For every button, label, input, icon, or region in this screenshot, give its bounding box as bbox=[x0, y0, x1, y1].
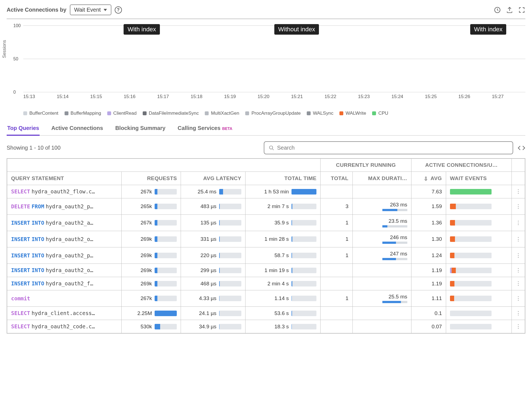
groupby-dropdown[interactable]: Wait Event bbox=[70, 4, 111, 15]
tab[interactable]: Blocking Summary bbox=[115, 123, 166, 135]
tab[interactable]: Top Queries bbox=[7, 123, 40, 135]
tabs: Top QueriesActive ConnectionsBlocking Su… bbox=[7, 123, 525, 136]
y-axis-label: Sessions bbox=[2, 40, 7, 58]
col-running-total[interactable]: TOTAL bbox=[321, 172, 352, 185]
legend-swatch bbox=[65, 111, 68, 115]
legend-swatch bbox=[339, 111, 343, 115]
legend-swatch bbox=[107, 111, 111, 115]
legend-label: BufferContent bbox=[29, 111, 58, 116]
table-row[interactable]: commit 267k4.33 µs1.14 s125.5 ms1.11⋮ bbox=[7, 290, 525, 307]
group-connections: ACTIVE CONNECTIONS/U… bbox=[411, 158, 511, 172]
row-menu-icon[interactable]: ⋮ bbox=[512, 198, 525, 215]
legend-item[interactable]: CPU bbox=[372, 111, 388, 116]
queries-table: CURRENTLY RUNNING ACTIVE CONNECTIONS/U… … bbox=[7, 158, 525, 334]
legend-item[interactable]: ClientRead bbox=[107, 111, 137, 116]
chart-annotation: With index bbox=[470, 24, 507, 35]
legend-label: ProcArrayGroupUpdate bbox=[251, 111, 301, 116]
table-row[interactable]: INSERT INTO hydra_oauth2_f…269k468 µs2 m… bbox=[7, 277, 525, 290]
legend-label: CPU bbox=[378, 111, 388, 116]
legend-item[interactable]: MultiXactGen bbox=[205, 111, 239, 116]
header-actions bbox=[494, 6, 525, 14]
legend-swatch bbox=[307, 111, 311, 115]
wait-events-bar bbox=[450, 311, 492, 316]
col-requests[interactable]: REQUESTS bbox=[122, 172, 181, 185]
group-running: CURRENTLY RUNNING bbox=[321, 158, 411, 172]
ytick: 0 bbox=[13, 90, 16, 95]
header-bar: Active Connections by Wait Event ? bbox=[7, 4, 525, 19]
legend-item[interactable]: WALSync bbox=[307, 111, 333, 116]
col-latency[interactable]: AVG LATENCY bbox=[181, 172, 245, 185]
legend: BufferContentBufferMappingClientReadData… bbox=[7, 109, 525, 123]
export-icon[interactable] bbox=[506, 6, 513, 14]
row-menu-icon[interactable]: ⋮ bbox=[512, 231, 525, 247]
svg-point-1 bbox=[270, 146, 273, 149]
col-stmt[interactable]: QUERY STATEMENT bbox=[7, 172, 122, 185]
xtick: 15:24 bbox=[392, 92, 425, 103]
table-row[interactable]: SELECT hydra_oauth2_flow.c…267k25.4 ms1 … bbox=[7, 185, 525, 198]
wait-events-bar bbox=[450, 296, 492, 301]
col-total-time[interactable]: TOTAL TIME bbox=[245, 172, 320, 185]
legend-label: MultiXactGen bbox=[211, 111, 239, 116]
search-icon bbox=[269, 145, 274, 151]
wait-events-bar bbox=[450, 253, 492, 258]
table-row[interactable]: INSERT INTO hydra_oauth2_p…269k220 µs58.… bbox=[7, 247, 525, 264]
table-row[interactable]: INSERT INTO hydra_oauth2_o…269k299 µs1 m… bbox=[7, 264, 525, 277]
sort-desc-icon: ⇩ bbox=[424, 176, 428, 182]
row-menu-icon[interactable]: ⋮ bbox=[512, 247, 525, 264]
groupby-value: Wait Event bbox=[74, 7, 101, 13]
table-row[interactable]: SELECT hydra_oauth2_code.c…530k34.9 µs18… bbox=[7, 320, 525, 334]
row-menu-icon[interactable]: ⋮ bbox=[512, 277, 525, 290]
col-max-dur[interactable]: MAX DURATI… bbox=[352, 172, 411, 185]
legend-label: DataFileImmediateSync bbox=[149, 111, 199, 116]
xtick: 15:14 bbox=[57, 92, 90, 103]
row-menu-icon[interactable]: ⋮ bbox=[512, 264, 525, 277]
table-row[interactable]: INSERT INTO hydra_oauth2_o…269k331 µs1 m… bbox=[7, 231, 525, 247]
header-title: Active Connections by bbox=[7, 7, 66, 13]
legend-item[interactable]: BufferMapping bbox=[65, 111, 101, 116]
search-box[interactable] bbox=[264, 141, 513, 154]
wait-events-bar bbox=[450, 281, 492, 286]
col-wait-events[interactable]: WAIT EVENTS bbox=[446, 172, 511, 185]
xtick: 15:19 bbox=[224, 92, 258, 103]
table-row[interactable]: INSERT INTO hydra_oauth2_a…267k135 µs35.… bbox=[7, 215, 525, 231]
help-icon[interactable]: ? bbox=[115, 6, 122, 14]
xtick: 15:20 bbox=[258, 92, 291, 103]
legend-swatch bbox=[245, 111, 249, 115]
beta-badge: BETA bbox=[222, 126, 232, 131]
row-menu-icon[interactable]: ⋮ bbox=[512, 185, 525, 198]
table-row[interactable]: SELECT hydra_client.access…2.25M24.1 µs5… bbox=[7, 307, 525, 320]
showing-count: Showing 1 - 10 of 100 bbox=[7, 145, 61, 151]
legend-label: WALSync bbox=[313, 111, 333, 116]
legend-item[interactable]: ProcArrayGroupUpdate bbox=[245, 111, 301, 116]
row-menu-icon[interactable]: ⋮ bbox=[512, 320, 525, 334]
xtick: 15:27 bbox=[492, 92, 525, 103]
legend-item[interactable]: DataFileImmediateSync bbox=[143, 111, 199, 116]
col-avg[interactable]: ⇩AVG bbox=[411, 172, 446, 185]
expand-icon[interactable] bbox=[518, 6, 525, 14]
xtick: 15:13 bbox=[23, 92, 57, 103]
tab[interactable]: Calling ServicesBETA bbox=[177, 123, 233, 135]
legend-label: BufferMapping bbox=[71, 111, 101, 116]
ytick: 50 bbox=[13, 57, 18, 62]
wait-events-bar bbox=[450, 268, 492, 273]
clock-icon[interactable] bbox=[494, 6, 501, 14]
wait-events-bar bbox=[450, 189, 492, 195]
wait-events-bar bbox=[450, 204, 492, 209]
ytick: 100 bbox=[13, 23, 21, 28]
legend-item[interactable]: BufferContent bbox=[23, 111, 58, 116]
row-menu-icon[interactable]: ⋮ bbox=[512, 307, 525, 320]
tab[interactable]: Active Connections bbox=[51, 123, 104, 135]
row-menu-icon[interactable]: ⋮ bbox=[512, 290, 525, 307]
legend-label: WALWrite bbox=[346, 111, 366, 116]
legend-swatch bbox=[23, 111, 27, 115]
legend-swatch bbox=[143, 111, 147, 115]
table-row[interactable]: DELETE FROM hydra_oauth2_p…265k483 µs2 m… bbox=[7, 198, 525, 215]
code-toggle-icon[interactable] bbox=[518, 144, 525, 152]
xtick: 15:23 bbox=[358, 92, 392, 103]
legend-swatch bbox=[205, 111, 209, 115]
xtick: 15:17 bbox=[157, 92, 191, 103]
search-input[interactable] bbox=[277, 145, 508, 151]
legend-item[interactable]: WALWrite bbox=[339, 111, 366, 116]
xtick: 15:15 bbox=[90, 92, 124, 103]
row-menu-icon[interactable]: ⋮ bbox=[512, 215, 525, 231]
